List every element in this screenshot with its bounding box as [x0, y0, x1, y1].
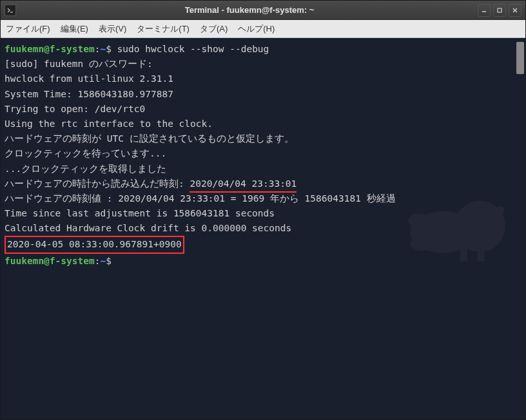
minimize-button[interactable] — [478, 4, 491, 17]
output-prefix: ハードウェアの時計から読み込んだ時刻: — [5, 178, 190, 189]
output-line: System Time: 1586043180.977887 — [5, 87, 521, 102]
menu-tabs[interactable]: タブ(A) — [200, 23, 228, 35]
window-title: Terminal - fuukemn@f-system: ~ — [21, 5, 478, 15]
prompt-line-1: fuukemn@f-system:~$ sudo hwclock --show … — [5, 42, 521, 57]
output-line: Calculated Hardware Clock drift is 0.000… — [5, 221, 521, 236]
output-line: ハードウェアの時刻が UTC に設定されているものと仮定します。 — [5, 131, 521, 146]
output-line: クロックティックを待っています... — [5, 146, 521, 161]
close-button[interactable] — [509, 4, 521, 17]
command-text: sudo hwclock --show --debug — [117, 44, 269, 54]
terminal-window: Terminal - fuukemn@f-system: ~ ファイル(F) 編… — [0, 0, 526, 420]
underlined-timestamp: 2020/04/04 23:33:01 — [190, 177, 297, 191]
titlebar[interactable]: Terminal - fuukemn@f-system: ~ — [1, 1, 525, 20]
output-line: Time since last adjustment is 1586043181… — [5, 206, 521, 221]
menu-file[interactable]: ファイル(F) — [6, 23, 50, 35]
prompt-user: fuukemn@f-system — [5, 256, 95, 266]
prompt-path: ~ — [100, 44, 106, 54]
output-line: Using the rtc interface to the clock. — [5, 117, 521, 131]
output-line: hwclock from util-linux 2.31.1 — [5, 72, 521, 86]
output-line-boxed: 2020-04-05 08:33:00.967891+0900 — [5, 236, 521, 253]
prompt-dollar: $ — [106, 44, 117, 54]
output-line: ハードウェアの時刻値 : 2020/04/04 23:33:01 = 1969 … — [5, 191, 521, 206]
prompt-path: ~ — [100, 256, 106, 266]
svg-rect-2 — [498, 8, 502, 12]
boxed-timestamp: 2020-04-05 08:33:00.967891+0900 — [5, 236, 184, 253]
menubar: ファイル(F) 編集(E) 表示(V) ターミナル(T) タブ(A) ヘルプ(H… — [1, 20, 525, 38]
terminal-icon — [5, 5, 16, 16]
terminal-content: fuukemn@f-system:~$ sudo hwclock --show … — [5, 42, 521, 269]
prompt-user: fuukemn@f-system — [5, 44, 95, 54]
output-line: ...クロックティックを取得しました — [5, 162, 521, 177]
prompt-line-2: fuukemn@f-system:~$ — [5, 254, 521, 269]
window-controls — [478, 4, 521, 17]
output-line: Trying to open: /dev/rtc0 — [5, 102, 521, 117]
menu-edit[interactable]: 編集(E) — [61, 23, 88, 35]
maximize-button[interactable] — [493, 4, 506, 17]
menu-terminal[interactable]: ターミナル(T) — [137, 23, 190, 35]
menu-view[interactable]: 表示(V) — [99, 23, 126, 35]
terminal-body[interactable]: fuukemn@f-system:~$ sudo hwclock --show … — [1, 38, 525, 419]
output-line-highlighted: ハードウェアの時計から読み込んだ時刻: 2020/04/04 23:33:01 — [5, 177, 521, 191]
prompt-dollar: $ — [106, 256, 112, 266]
output-line: [sudo] fuukemn のパスワード: — [5, 57, 521, 72]
menu-help[interactable]: ヘルプ(H) — [238, 23, 275, 35]
